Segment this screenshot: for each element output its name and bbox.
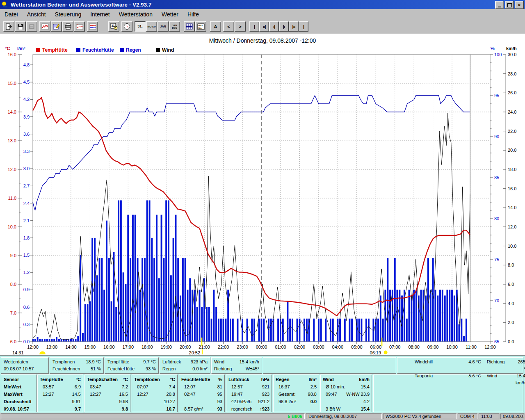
print-button[interactable] — [62, 21, 73, 32]
axis-tick-label: 12:00 — [27, 345, 39, 349]
compare-chart-button[interactable] — [87, 21, 98, 32]
svg-text:31: 31 — [111, 24, 114, 27]
rain-bar — [106, 221, 107, 342]
table-view-button[interactable] — [184, 21, 195, 32]
rain-bar — [115, 307, 117, 342]
nav-end-button[interactable]: | — [299, 21, 308, 32]
axis-tick-label: 0.6 — [23, 305, 30, 310]
autoscale-button[interactable]: A — [210, 21, 221, 32]
minimize-button[interactable] — [495, 1, 504, 9]
axis-tick-label: 14:31 — [12, 350, 24, 355]
rain-bar — [175, 215, 176, 342]
close-button[interactable]: × — [515, 1, 524, 9]
nav-fast-fwd-button[interactable]: |» — [289, 21, 299, 32]
avg-value: 10.27 — [164, 398, 175, 405]
calendar-day-button[interactable]: 31. — [135, 21, 146, 32]
min-value: 7.2 — [122, 383, 128, 390]
legend-rain-swatch — [120, 48, 124, 52]
rain-bar — [137, 258, 139, 342]
menu-hilfe[interactable]: Hilfe — [183, 10, 203, 19]
save-button[interactable] — [15, 21, 26, 32]
axis-tick-label: 13:00 — [46, 345, 58, 349]
max-time: 12:27 — [134, 390, 148, 398]
max-time: 02:47 — [181, 390, 196, 398]
max-time: 12:27 — [87, 390, 101, 398]
min-time: 03:57 — [40, 383, 54, 390]
rain-bar — [201, 307, 203, 342]
menu-steuerung[interactable]: Steuerung — [50, 10, 86, 19]
stats-col-unit: °C — [123, 376, 128, 383]
nav-fwd-button[interactable]: |› — [279, 21, 289, 32]
scroll-right-button[interactable]: > — [235, 21, 246, 32]
rain-bar — [108, 258, 110, 342]
temp-line — [33, 98, 470, 316]
menu-ansicht[interactable]: Ansicht — [23, 10, 50, 19]
axis-tick-label: 07:00 — [389, 345, 401, 349]
nav-fast-back-button[interactable]: «| — [259, 21, 269, 32]
rain-bar — [206, 307, 208, 342]
day-chart-button[interactable] — [39, 21, 50, 32]
rain-bar — [101, 258, 103, 342]
nav-back-button[interactable]: ‹| — [269, 21, 279, 32]
table-icon — [186, 23, 193, 30]
axis-tick-label: 15:00 — [84, 345, 96, 349]
nav-back-icon: ‹| — [273, 24, 275, 29]
rain-bar — [199, 290, 201, 342]
axis-tick-label: 2.4 — [23, 201, 30, 206]
richtung-deg-label: Richtung — [481, 358, 516, 372]
axis-tick-label: 75 — [494, 257, 499, 262]
menu-datei[interactable]: Datei — [0, 10, 23, 19]
calendar-clock-button[interactable]: 31 — [108, 21, 119, 32]
rain-bar — [418, 296, 420, 342]
rain-bar — [208, 307, 210, 342]
calendar-week-button[interactable]: MO-SU — [146, 21, 157, 32]
regen-label: Regen — [162, 365, 176, 372]
rain-bar — [132, 215, 134, 342]
menu-internet[interactable]: Internet — [86, 10, 114, 19]
calendar-month-button[interactable]: JAN — [158, 21, 169, 32]
axis-tick-label: 0.0 — [23, 339, 30, 344]
app-icon — [2, 1, 8, 8]
maxmin-view-button[interactable]: Max Min — [195, 21, 206, 32]
stats-column-TempBoden: TempBoden°C07:077.412:2720.810.2710.7 — [132, 374, 178, 412]
axis-tick-label: 02:00 — [294, 345, 306, 349]
nav-end-icon: | — [303, 24, 304, 29]
temp-axis-unit: °C — [5, 46, 10, 51]
menu-wetterstation[interactable]: Wetterstation — [114, 10, 157, 19]
axis-tick-label: 16.0 — [8, 52, 16, 57]
menu-wetter[interactable]: Wetter — [157, 10, 183, 19]
max-value: 14.5 — [72, 390, 81, 398]
status-time: 11:03 — [479, 413, 499, 419]
menu-bar: Datei Ansicht Steuerung Internet Wetters… — [0, 9, 525, 20]
rain-bar — [432, 258, 434, 342]
rain-bar — [280, 319, 281, 342]
toolbar: °C 31 31. MO-SU JAN JAN DEC — [0, 20, 525, 34]
rain-bar — [251, 319, 253, 342]
edit-data-button[interactable] — [51, 21, 62, 32]
two-curves-icon — [89, 23, 96, 30]
clock-button[interactable] — [121, 21, 132, 32]
min-value: 6.9 — [75, 383, 81, 390]
exit-button[interactable] — [3, 21, 14, 32]
rain-bar — [253, 319, 255, 342]
wind-axis-unit: km/h — [506, 46, 517, 51]
rain-bar — [194, 290, 196, 342]
axis-tick-label: 1.2 — [23, 270, 30, 275]
axis-tick-label: 04:00 — [332, 345, 344, 349]
axis-tick-label: 20:52 — [189, 350, 201, 355]
regen-value: 0.0 l/m² — [192, 365, 208, 372]
calendar-year-button[interactable]: JAN DEC — [169, 21, 180, 32]
maximize-button[interactable] — [505, 1, 514, 9]
scroll-left-button[interactable]: < — [223, 21, 234, 32]
nav-start-button[interactable]: | — [249, 21, 259, 32]
rain-bar — [218, 319, 219, 342]
max-time: 09:47 — [323, 390, 337, 398]
axis-tick-label: 3.9 — [23, 114, 30, 119]
legend-temp-swatch — [36, 48, 40, 52]
current-value: 9.8 — [122, 405, 128, 413]
hut-cell: TempHütte9.7 °C FeuchteHütte93 % — [105, 357, 159, 374]
temp-chart-button[interactable]: °C — [74, 21, 85, 32]
rain-bar — [87, 304, 89, 342]
max-time: 12:27 — [40, 390, 54, 398]
rain-bar — [261, 319, 262, 342]
